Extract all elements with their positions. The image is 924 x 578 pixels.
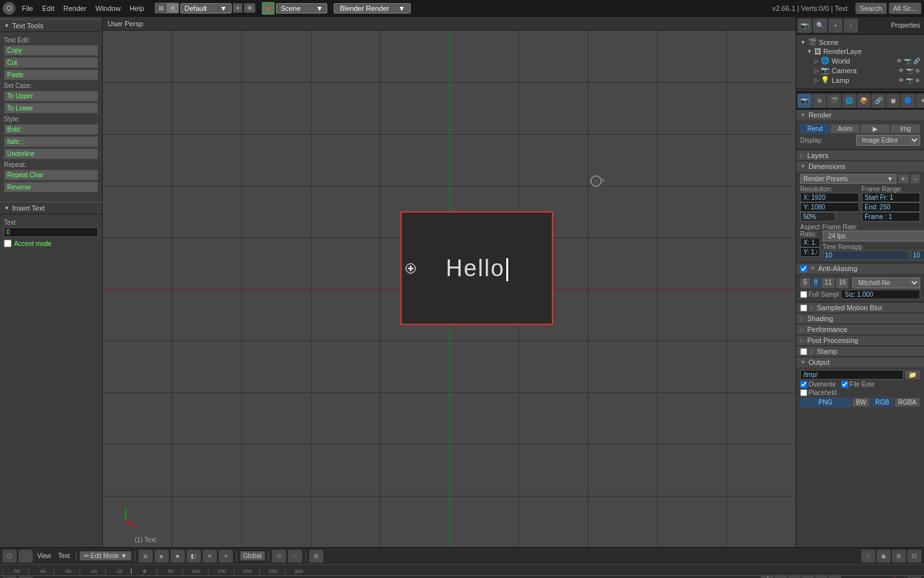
display-dropdown[interactable]: Image Editor (856, 135, 920, 146)
bt-proportional-icon[interactable]: ○ (861, 550, 875, 563)
rp-render-icon-layers[interactable]: ⊕ (812, 94, 826, 108)
bt-manip-icon[interactable]: ↔ (288, 550, 302, 563)
post-processing-header[interactable]: ▷ Post Processing (796, 335, 924, 346)
italic-btn[interactable]: Italic : (4, 136, 98, 147)
menu-help[interactable]: Help (126, 3, 148, 13)
camera-more-icon[interactable]: ⊕ (915, 67, 920, 74)
overwrite-checkbox[interactable] (800, 381, 807, 388)
layers-section-header[interactable]: ▷ Layers (796, 150, 924, 161)
file-ext-checkbox[interactable] (841, 381, 848, 388)
tl-jump-start-btn[interactable]: |◀ (761, 575, 774, 579)
world-eye-icon[interactable]: 👁 (896, 58, 902, 64)
paste-btn[interactable]: Paste (4, 69, 98, 80)
rp-icon-search[interactable]: 🔍 (813, 19, 827, 33)
rp-render-icon-scene[interactable]: 🎬 (827, 94, 841, 108)
dimensions-section-header[interactable]: ▼ Dimensions (796, 161, 924, 171)
siz-field[interactable] (841, 290, 920, 299)
img-btn[interactable]: Img (891, 124, 920, 134)
lamp-more-icon[interactable]: ⊕ (915, 77, 920, 83)
screen-remove-btn[interactable]: ✕ (244, 3, 255, 13)
output-browse-btn[interactable]: 📁 (905, 370, 920, 380)
res-x-field[interactable] (800, 193, 859, 202)
viewport-canvas[interactable]: Hello X Y (1) Text (103, 31, 796, 547)
rp-render-icon-particles[interactable]: ✦ (916, 94, 924, 108)
rp-icon-camera[interactable]: 📷 (798, 19, 812, 33)
rp-render-icon-constraint[interactable]: 🔗 (871, 94, 886, 108)
rgb-btn[interactable]: RGB (871, 398, 893, 407)
screen-add-btn[interactable]: + (233, 3, 243, 13)
world-link-icon[interactable]: 🔗 (913, 58, 920, 64)
to-lower-btn[interactable]: To Lower (4, 103, 98, 114)
insert-text-header[interactable]: ▼ Insert Text (0, 202, 102, 215)
bt-view-menu[interactable]: View (35, 552, 54, 560)
underline-btn[interactable]: Underline (4, 148, 98, 159)
global-dropdown[interactable]: Global (240, 551, 265, 561)
res-pct-field[interactable] (800, 212, 835, 222)
aspect-y-field[interactable] (800, 247, 820, 257)
res-y-field[interactable] (800, 202, 859, 212)
text-input[interactable] (4, 227, 98, 237)
stamp-checkbox[interactable] (800, 348, 807, 355)
render-presets-remove-btn[interactable]: - (911, 174, 920, 184)
aa-checkbox[interactable] (800, 265, 807, 272)
bt-snap-icon2[interactable]: ◉ (877, 550, 891, 563)
rp-render-icon-world[interactable]: 🌐 (842, 94, 856, 108)
output-header[interactable]: ▼ Output (796, 357, 924, 367)
motion-blur-header[interactable]: ▷ Sampled Motion Blur (796, 302, 924, 313)
lamp-render-icon[interactable]: 📷 (906, 77, 913, 83)
tl-play-back-btn[interactable]: ◀ (788, 575, 801, 579)
tl-jump-end-btn[interactable]: ▶| (828, 575, 841, 579)
reverse-btn[interactable]: Reverse (4, 182, 98, 193)
search-btn[interactable]: Search (855, 3, 887, 14)
full-sample-checkbox[interactable] (800, 291, 807, 298)
menu-edit[interactable]: Edit (38, 3, 58, 13)
bt-snap-icon[interactable]: ⊕ (139, 550, 153, 563)
menu-window[interactable]: Window (92, 3, 124, 13)
screen-name-dropdown[interactable]: Default ▼ (180, 3, 232, 13)
aspect-x-field[interactable] (800, 238, 820, 247)
stamp-header[interactable]: ▷ Stamp (796, 346, 924, 356)
rp-icon-props-2[interactable]: ▫ (844, 19, 858, 33)
aa-8[interactable]: 8 (811, 277, 821, 288)
render-engine-dropdown[interactable]: Blender Render ▼ (334, 3, 411, 13)
render-presets-dropdown[interactable]: Render Presets▼ (800, 174, 896, 184)
bt-shading-icon[interactable]: ■ (171, 550, 185, 563)
copy-btn[interactable]: Copy (4, 45, 98, 56)
bt-shading3-icon[interactable]: ✕ (203, 550, 217, 563)
rgba-btn[interactable]: RGBA (894, 398, 920, 407)
bt-more2-icon[interactable]: ⊡ (907, 550, 921, 563)
time-remap-old[interactable] (823, 250, 909, 260)
to-upper-btn[interactable]: To Upper (4, 91, 98, 101)
bt-layer-icon[interactable]: ⊞ (309, 550, 323, 563)
bt-shading2-icon[interactable]: ◧ (187, 550, 201, 563)
hello-text-box[interactable]: Hello (400, 211, 553, 325)
rp-render-icon-obj[interactable]: 📦 (857, 94, 871, 108)
aa-filter-dropdown[interactable]: Mitchell-Ne (852, 277, 920, 288)
world-render-icon[interactable]: 📷 (904, 58, 911, 64)
rp-icon-props-1[interactable]: ▪ (828, 19, 843, 33)
aa-section-header[interactable]: ▼ Anti-Aliasing (796, 263, 924, 274)
motion-blur-checkbox[interactable] (800, 304, 807, 311)
menu-render[interactable]: Render (60, 3, 90, 13)
bt-text-menu[interactable]: Text (56, 552, 73, 560)
text-tools-header[interactable]: ▼ Text Tools (0, 19, 102, 32)
framerate-dropdown[interactable]: 24 fps (823, 231, 924, 241)
render-presets-add-btn[interactable]: + (898, 174, 909, 184)
png-btn[interactable]: PNG (800, 398, 851, 407)
play-btn[interactable]: ▶ (860, 124, 890, 134)
rp-render-icon-material[interactable]: 🔵 (901, 94, 915, 108)
rp-properties-link[interactable]: Properties (888, 21, 923, 30)
bt-view3-icon[interactable]: ◈ (155, 550, 169, 563)
shading-header[interactable]: ▷ Shading (796, 313, 924, 324)
rp-render-icon-camera[interactable]: 📷 (798, 94, 812, 108)
aa-11[interactable]: 11 (821, 277, 835, 288)
bt-more-icon[interactable]: ⊞ (892, 550, 906, 563)
camera-eye-icon[interactable]: 👁 (898, 67, 904, 74)
aa-5[interactable]: 5 (800, 277, 810, 288)
placeheld-checkbox[interactable] (800, 389, 807, 396)
lamp-eye-icon[interactable]: 👁 (898, 77, 904, 83)
tl-step-back-btn[interactable]: ◀◀ (774, 575, 787, 579)
layout-btn-x[interactable]: ✕ (167, 3, 178, 13)
cut-btn[interactable]: Cut (4, 57, 98, 68)
camera-render-icon[interactable]: 📷 (906, 67, 913, 74)
